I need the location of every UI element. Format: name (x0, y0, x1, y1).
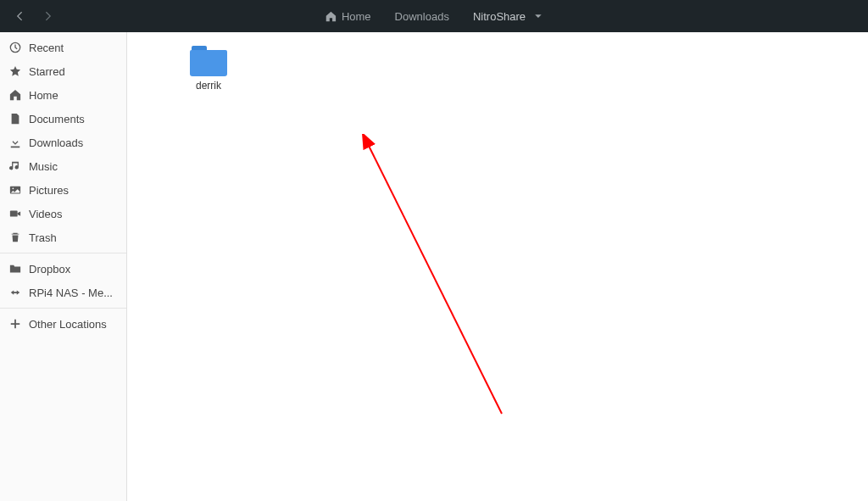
arrow-right-icon (42, 10, 54, 22)
sidebar-item-trash[interactable]: Trash (0, 225, 126, 249)
network-icon (8, 286, 22, 299)
nav-forward-button[interactable] (41, 8, 56, 24)
clock-icon (8, 41, 22, 54)
sidebar: Recent Starred Home Documents Downloads … (0, 32, 127, 501)
sidebar-item-nas[interactable]: RPi4 NAS - Me... (0, 281, 126, 304)
sidebar-item-other-locations[interactable]: Other Locations (0, 312, 126, 336)
sidebar-item-label: RPi4 NAS - Me... (29, 287, 113, 299)
star-icon (8, 64, 22, 78)
chevron-down-icon (534, 10, 542, 23)
download-icon (8, 136, 22, 149)
sidebar-item-label: Other Locations (29, 318, 107, 331)
annotation-arrow (358, 134, 527, 439)
sidebar-item-label: Recent (29, 42, 64, 54)
folder-icon (190, 46, 227, 76)
sidebar-item-downloads[interactable]: Downloads (0, 131, 126, 154)
breadcrumb-nitroshare[interactable]: NitroShare (461, 7, 554, 26)
sidebar-item-music[interactable]: Music (0, 154, 126, 178)
breadcrumb-label: NitroShare (473, 10, 526, 23)
document-icon (8, 112, 22, 125)
breadcrumb-label: Downloads (395, 10, 449, 23)
sidebar-item-label: Home (29, 89, 58, 102)
home-icon (8, 88, 22, 102)
breadcrumb: Home Downloads NitroShare (314, 7, 554, 26)
sidebar-item-label: Downloads (29, 136, 83, 149)
sidebar-item-documents[interactable]: Documents (0, 107, 126, 131)
header-bar: Home Downloads NitroShare (0, 0, 868, 32)
sidebar-item-home[interactable]: Home (0, 83, 126, 107)
sidebar-item-starred[interactable]: Starred (0, 59, 126, 83)
breadcrumb-home[interactable]: Home (314, 7, 383, 26)
sidebar-item-videos[interactable]: Videos (0, 202, 126, 225)
sidebar-item-label: Music (29, 160, 58, 173)
sidebar-item-label: Videos (29, 208, 63, 220)
sidebar-item-pictures[interactable]: Pictures (0, 178, 126, 202)
trash-icon (8, 231, 22, 244)
svg-point-2 (13, 187, 14, 189)
video-icon (8, 207, 22, 220)
sidebar-item-label: Pictures (29, 184, 69, 197)
music-icon (8, 159, 22, 173)
sidebar-item-label: Trash (29, 231, 57, 244)
svg-rect-3 (10, 211, 18, 217)
nav-back-button[interactable] (12, 8, 27, 24)
sidebar-item-recent[interactable]: Recent (0, 36, 126, 59)
content-pane[interactable]: derrik (127, 32, 868, 501)
plus-icon (8, 317, 22, 331)
sidebar-item-label: Starred (29, 65, 65, 78)
breadcrumb-label: Home (342, 10, 371, 23)
sidebar-item-label: Documents (29, 113, 85, 125)
sidebar-item-label: Dropbox (29, 263, 70, 276)
arrow-left-icon (14, 10, 25, 22)
folder-item-derrik[interactable]: derrik (175, 46, 242, 92)
folder-label: derrik (196, 80, 221, 92)
sidebar-item-dropbox[interactable]: Dropbox (0, 257, 126, 281)
breadcrumb-downloads[interactable]: Downloads (383, 7, 461, 26)
pictures-icon (8, 183, 22, 197)
home-icon (326, 11, 337, 22)
folder-icon (8, 262, 22, 276)
svg-line-5 (368, 144, 502, 414)
